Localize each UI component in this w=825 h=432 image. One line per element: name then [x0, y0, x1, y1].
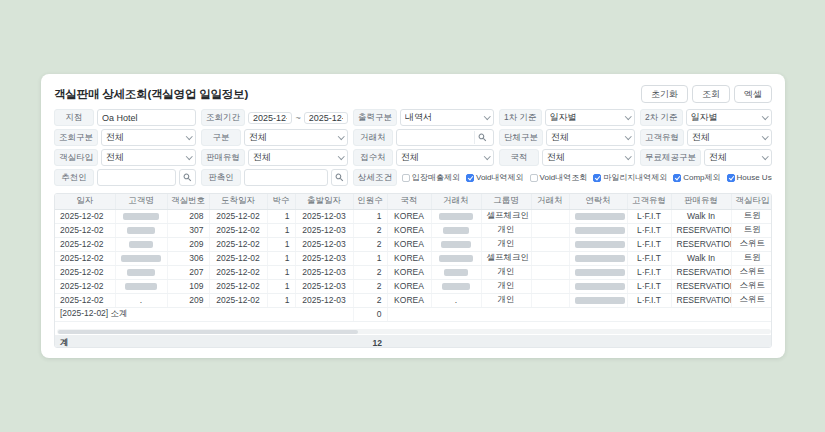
table-cell: [431, 237, 481, 251]
column-header[interactable]: 국적: [387, 194, 431, 209]
table-cell: KOREA: [387, 251, 431, 265]
nationality-select[interactable]: 전체: [542, 149, 635, 166]
vendor-field: 거래처: [353, 129, 494, 146]
reset-button[interactable]: 초기화: [641, 85, 688, 103]
table-row[interactable]: 2025-12-023062025-12-0212025-12-031KOREA…: [55, 251, 772, 265]
sales-type-select[interactable]: 전체: [248, 149, 348, 166]
checkbox-checked-icon[interactable]: [593, 174, 601, 182]
column-header[interactable]: 도착일자: [209, 194, 267, 209]
recommender-label: 추천인: [54, 169, 94, 186]
column-header[interactable]: 객실타입: [731, 194, 772, 209]
checkbox-unchecked-icon[interactable]: [530, 174, 538, 182]
redacted-text: [439, 255, 473, 262]
table-cell: 개인: [481, 237, 531, 251]
table-cell: 2025-12-02: [209, 237, 267, 251]
table-row[interactable]: 2025-12-022092025-12-0212025-12-032KOREA…: [55, 237, 772, 251]
room-type-select[interactable]: 전체: [101, 149, 196, 166]
vendor-input[interactable]: [401, 133, 472, 143]
filter-row-1: 지점 조회기간 ~ 출력구분: [54, 109, 772, 126]
table-cell: 1: [267, 293, 295, 307]
criteria-2-field: 2차 기준 일자별: [640, 109, 772, 126]
redacted-text: [442, 283, 470, 290]
detail-condition-checkbox[interactable]: House Use 제외: [727, 172, 773, 183]
promoter-input[interactable]: [249, 173, 323, 183]
detail-condition-checkbox[interactable]: 마일리지내역제외: [593, 172, 667, 183]
table-row[interactable]: 2025-12-022072025-12-0212025-12-032KOREA…: [55, 265, 772, 279]
period-from-box: [248, 112, 292, 124]
search-button[interactable]: 조회: [692, 85, 730, 103]
checkbox-label: Void내역조회: [540, 172, 588, 183]
recommender-search-button[interactable]: [179, 169, 196, 186]
column-header[interactable]: 판매유형: [671, 194, 731, 209]
table-cell: [531, 293, 569, 307]
criteria-2-select[interactable]: 일자별: [686, 109, 772, 126]
column-header[interactable]: 거래처: [431, 194, 481, 209]
chevron-down-icon: [338, 133, 344, 139]
branch-input-box: [97, 109, 196, 126]
summary-label-cell: [2025-12-02] 소계: [55, 307, 353, 321]
checkbox-checked-icon[interactable]: [466, 174, 474, 182]
column-header[interactable]: 일자: [55, 194, 115, 209]
table-cell: 2025-12-03: [295, 223, 353, 237]
column-header[interactable]: 그룹명: [481, 194, 531, 209]
table-cell: [431, 209, 481, 223]
detail-condition-checkbox[interactable]: Void내역제외: [466, 172, 524, 183]
redacted-text: [441, 241, 471, 248]
promoter-search-button[interactable]: [331, 169, 348, 186]
column-header[interactable]: 박수: [267, 194, 295, 209]
division-select[interactable]: 전체: [244, 129, 348, 146]
excel-button[interactable]: 엑셀: [734, 85, 772, 103]
table-row[interactable]: 2025-12-022082025-12-0212025-12-031KOREA…: [55, 209, 772, 223]
branch-input[interactable]: [102, 113, 191, 123]
checkbox-unchecked-icon[interactable]: [402, 174, 410, 182]
table-cell: [115, 237, 167, 251]
scrollbar-thumb[interactable]: [58, 330, 358, 334]
filter-row-3: 객실타입 전체 판매유형 전체 접수처 전체: [54, 149, 772, 166]
free-offer-type-select[interactable]: 전체: [704, 149, 772, 166]
table-cell: L·F.I.T: [627, 265, 671, 279]
table-cell: [569, 223, 627, 237]
customer-type-select[interactable]: 전체: [687, 129, 772, 146]
output-type-select[interactable]: 내역서: [400, 109, 494, 126]
checkbox-checked-icon[interactable]: [673, 174, 681, 182]
inquiry-type-select[interactable]: 전체: [101, 129, 196, 146]
table-cell: [431, 265, 481, 279]
detail-condition-checkbox[interactable]: Void내역조회: [530, 172, 588, 183]
column-header[interactable]: 고객유형: [627, 194, 671, 209]
customer-type-field: 고객유형 전체: [640, 129, 772, 146]
period-to-input[interactable]: [309, 113, 343, 123]
results-table: 일자고객명객실번호도착일자박수출발일자인원수국적거래처그룹명거래처연락처고객유형…: [54, 193, 772, 348]
table-row[interactable]: 2025-12-021092025-12-0212025-12-032KOREA…: [55, 279, 772, 293]
table-cell: 208: [167, 209, 209, 223]
customer-type-label: 고객유형: [640, 129, 684, 146]
column-header[interactable]: 객실번호: [167, 194, 209, 209]
column-header[interactable]: 출발일자: [295, 194, 353, 209]
reception-select[interactable]: 전체: [396, 149, 494, 166]
checkbox-checked-icon[interactable]: [727, 174, 735, 182]
table-row[interactable]: 2025-12-023072025-12-0212025-12-032KOREA…: [55, 223, 772, 237]
table-cell: 2025-12-03: [295, 279, 353, 293]
summary-value-cell: 0: [353, 307, 387, 321]
column-header[interactable]: 연락처: [569, 194, 627, 209]
column-header[interactable]: 고객명: [115, 194, 167, 209]
period-from-input[interactable]: [253, 113, 287, 123]
criteria-1-select[interactable]: 일자별: [545, 109, 635, 126]
selected-value: 전체: [106, 151, 124, 164]
criteria-2-label: 2차 기준: [640, 109, 683, 126]
recommender-input[interactable]: [102, 173, 171, 183]
column-header[interactable]: 거래처: [531, 194, 569, 209]
table-cell: L·F.I.T: [627, 223, 671, 237]
table-cell: [115, 223, 167, 237]
division-field: 구분 전체: [201, 129, 348, 146]
column-header[interactable]: 인원수: [353, 194, 387, 209]
table-cell: 1: [353, 209, 387, 223]
redacted-text: [575, 213, 625, 220]
horizontal-scrollbar[interactable]: [57, 329, 771, 334]
subtotal-row: [2025-12-02] 소계0: [55, 307, 772, 321]
vendor-search-button[interactable]: [474, 131, 489, 144]
detail-condition-checkbox[interactable]: Comp제외: [673, 172, 720, 183]
table-row[interactable]: 2025-12-02.2092025-12-0212025-12-032KORE…: [55, 293, 772, 307]
detail-condition-checkbox[interactable]: 입장매출제외: [402, 172, 460, 183]
table-cell: 1: [267, 265, 295, 279]
group-type-select[interactable]: 전체: [546, 129, 635, 146]
